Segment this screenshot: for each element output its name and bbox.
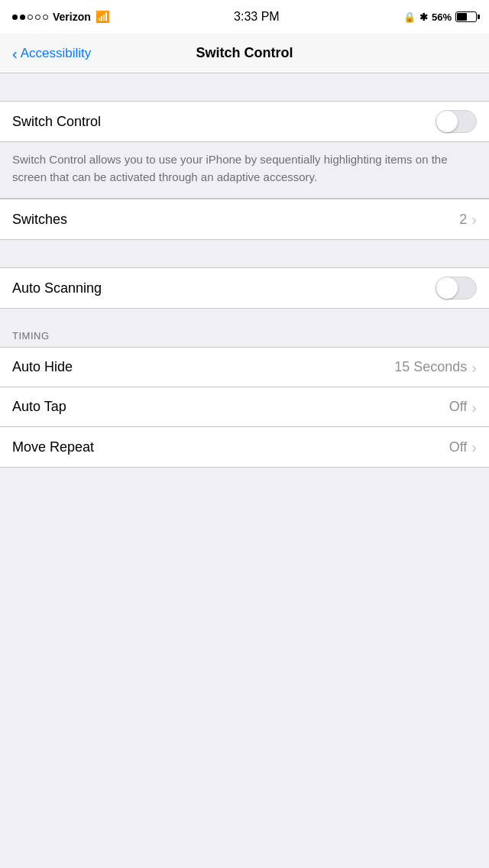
switch-control-row: Switch Control — [0, 102, 489, 141]
switch-control-toggle[interactable] — [436, 110, 477, 133]
top-spacer — [0, 73, 489, 101]
carrier-label: Verizon — [53, 11, 91, 23]
switches-right: 2 › — [459, 212, 477, 228]
auto-scanning-toggle[interactable] — [436, 277, 477, 300]
auto-hide-value: 15 Seconds — [394, 359, 467, 375]
move-repeat-label: Move Repeat — [12, 439, 94, 455]
switch-control-section: Switch Control — [0, 101, 489, 142]
battery-fill — [457, 13, 467, 21]
lock-icon: 🔒 — [403, 11, 416, 23]
switches-value: 2 — [459, 212, 467, 228]
switch-control-description-section: Switch Control allows you to use your iP… — [0, 142, 489, 199]
dot-5 — [43, 15, 48, 20]
timing-section: Auto Hide 15 Seconds › Auto Tap Off › Mo… — [0, 347, 489, 468]
bluetooth-icon: ✱ — [419, 11, 428, 23]
status-right: 🔒 ✱ 56% — [403, 11, 477, 23]
timing-header-label: TIMING — [12, 330, 50, 342]
toggle-thumb — [436, 111, 458, 132]
switches-label: Switches — [12, 212, 67, 228]
switch-control-label: Switch Control — [12, 114, 101, 130]
auto-tap-row[interactable]: Auto Tap Off › — [0, 387, 489, 427]
back-chevron-icon: ‹ — [12, 46, 18, 61]
signal-dots — [12, 15, 48, 20]
auto-scanning-label: Auto Scanning — [12, 280, 102, 296]
auto-tap-label: Auto Tap — [12, 399, 66, 415]
battery-icon — [455, 11, 477, 22]
auto-scanning-toggle-thumb — [436, 277, 458, 299]
battery-percent: 56% — [432, 11, 452, 23]
move-repeat-row[interactable]: Move Repeat Off › — [0, 427, 489, 467]
auto-scanning-row: Auto Scanning — [0, 268, 489, 308]
dot-2 — [20, 15, 25, 20]
auto-hide-row[interactable]: Auto Hide 15 Seconds › — [0, 348, 489, 387]
auto-hide-chevron-icon: › — [471, 360, 477, 375]
auto-scanning-section: Auto Scanning — [0, 267, 489, 309]
timing-spacer-top — [0, 309, 489, 322]
back-label: Accessibility — [21, 46, 92, 61]
move-repeat-chevron-icon: › — [471, 439, 477, 455]
move-repeat-value: Off — [449, 439, 468, 455]
auto-hide-right: 15 Seconds › — [394, 359, 477, 375]
auto-tap-value: Off — [449, 399, 468, 415]
nav-bar: ‹ Accessibility Switch Control — [0, 34, 489, 73]
move-repeat-right: Off › — [449, 439, 477, 455]
switch-control-description: Switch Control allows you to use your iP… — [12, 151, 477, 186]
dot-3 — [28, 15, 33, 20]
status-left: Verizon 📶 — [12, 10, 110, 24]
status-time: 3:33 PM — [234, 10, 280, 24]
switches-section: Switches 2 › — [0, 199, 489, 240]
dot-1 — [12, 15, 18, 20]
switches-row[interactable]: Switches 2 › — [0, 199, 489, 239]
auto-tap-chevron-icon: › — [471, 400, 477, 415]
status-bar: Verizon 📶 3:33 PM 🔒 ✱ 56% — [0, 0, 489, 34]
back-button[interactable]: ‹ Accessibility — [12, 46, 91, 61]
auto-hide-label: Auto Hide — [12, 359, 73, 375]
wifi-icon: 📶 — [96, 10, 110, 24]
timing-section-header: TIMING — [0, 322, 489, 347]
auto-tap-right: Off › — [449, 399, 477, 415]
switches-chevron-icon: › — [471, 212, 477, 227]
page-title: Switch Control — [196, 45, 293, 61]
dot-4 — [35, 15, 40, 20]
mid-spacer — [0, 240, 489, 267]
